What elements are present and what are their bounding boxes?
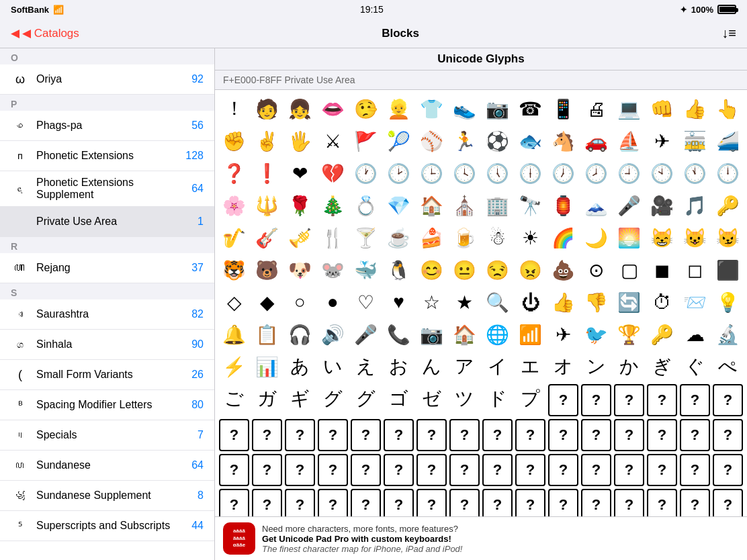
glyph-cell[interactable]: 😼 [711, 222, 744, 254]
glyph-cell[interactable]: ❗ [251, 157, 283, 189]
sidebar-item-saurashtra[interactable]: ꢁ Saurashtra 82 [0, 299, 214, 330]
glyph-cell[interactable]: ア [448, 351, 481, 383]
glyph-cell[interactable]: 🍰 [415, 222, 448, 254]
glyph-cell[interactable]: 🔱 [251, 189, 283, 222]
glyph-cell[interactable]: ? [680, 419, 710, 451]
glyph-cell[interactable]: ? [680, 454, 710, 486]
glyph-cell[interactable]: ぺ [711, 351, 744, 383]
glyph-cell[interactable]: 👍 [547, 286, 580, 318]
glyph-cell[interactable]: 🚄 [711, 125, 744, 157]
glyph-cell[interactable]: ゼ [415, 383, 448, 415]
glyph-cell[interactable]: ツ [448, 383, 481, 415]
sidebar-item-phonetic-supp[interactable]: ᶒ Phonetic Extensions Supplement 64 [0, 171, 214, 207]
glyph-cell[interactable]: 💻 [613, 93, 646, 125]
glyph-cell[interactable]: ◆ [251, 286, 283, 318]
glyph-cell[interactable]: ? [252, 419, 282, 451]
glyph-cell[interactable]: 💩 [547, 254, 580, 286]
glyph-cell[interactable]: い [316, 351, 349, 383]
glyph-cell[interactable]: 🕗 [580, 157, 613, 189]
glyph-cell[interactable]: 👊 [646, 93, 678, 125]
glyph-cell[interactable]: 🐻 [251, 254, 283, 286]
glyph-cell[interactable]: 🕐 [349, 157, 382, 189]
glyph-cell[interactable]: 🌸 [218, 189, 251, 222]
glyph-cell[interactable]: 🏢 [481, 189, 514, 222]
glyph-cell[interactable]: ? [647, 384, 677, 416]
glyph-cell[interactable]: 🎵 [678, 189, 711, 222]
glyph-cell[interactable]: ○ [283, 286, 316, 318]
glyph-cell[interactable]: ? [318, 419, 348, 451]
glyph-cell[interactable]: 🌙 [580, 222, 613, 254]
glyph-cell[interactable]: 🧑 [251, 93, 283, 125]
glyph-cell[interactable]: 🕚 [678, 157, 711, 189]
glyph-cell[interactable]: ? [384, 419, 414, 451]
glyph-cell[interactable]: 👕 [415, 93, 448, 125]
glyph-cell[interactable]: 📷 [415, 318, 448, 351]
glyph-cell[interactable]: 🌅 [613, 222, 646, 254]
glyph-cell[interactable]: ? [647, 454, 677, 486]
glyph-cell[interactable]: 🔬 [711, 318, 744, 351]
glyph-cell[interactable]: 📱 [547, 93, 580, 125]
glyph-cell[interactable]: 🌈 [547, 222, 580, 254]
glyph-cell[interactable]: ? [416, 419, 447, 451]
glyph-cell[interactable]: ? [449, 419, 480, 451]
sidebar-item-sundanese-supp[interactable]: ꧁ Sundanese Supplement 8 [0, 481, 214, 511]
glyph-cell[interactable]: 🍸 [349, 222, 382, 254]
sidebar-item-sundanese[interactable]: ꦥ Sundanese 64 [0, 451, 214, 481]
glyph-cell[interactable]: ギ [283, 383, 316, 415]
glyph-cell[interactable]: 🎷 [218, 222, 251, 254]
glyph-cell[interactable]: ? [285, 419, 315, 451]
glyph-cell[interactable]: 🐴 [547, 125, 580, 157]
glyph-cell[interactable]: 🖨 [580, 93, 613, 125]
glyph-cell[interactable]: 👱 [382, 93, 415, 125]
glyph-cell[interactable]: 🔍 [481, 286, 514, 318]
glyph-cell[interactable]: 👎 [580, 286, 613, 318]
glyph-cell[interactable]: ? [647, 419, 677, 451]
glyph-cell[interactable]: 🔊 [316, 318, 349, 351]
glyph-cell[interactable]: ゴ [382, 383, 415, 415]
glyph-cell[interactable]: 🔄 [613, 286, 646, 318]
glyph-cell[interactable]: 💎 [382, 189, 415, 222]
glyph-cell[interactable]: ? [351, 419, 381, 451]
glyph-cell[interactable]: 🎾 [382, 125, 415, 157]
glyph-cell[interactable]: ? [384, 454, 414, 486]
glyph-cell[interactable]: ド [481, 383, 514, 415]
glyph-cell[interactable]: ? [219, 454, 249, 486]
glyph-cell[interactable]: 🚋 [678, 125, 711, 157]
glyph-cell[interactable]: 🖐 [283, 125, 316, 157]
glyph-cell[interactable]: ? [713, 454, 743, 486]
glyph-cell[interactable]: ▢ [613, 254, 646, 286]
glyph-cell[interactable]: ? [515, 454, 545, 486]
glyph-cell[interactable]: 💡 [711, 286, 744, 318]
glyph-cell[interactable]: ? [548, 454, 578, 486]
glyph-cell[interactable]: グ [316, 383, 349, 415]
glyph-cell[interactable]: ? [219, 419, 249, 451]
glyph-cell[interactable]: 🍺 [448, 222, 481, 254]
glyph-cell[interactable]: 🎄 [316, 189, 349, 222]
glyph-cell[interactable]: ? [581, 419, 611, 451]
back-button[interactable]: ◀ ◀ Catalogs [11, 26, 79, 40]
glyph-cell[interactable]: 🕘 [613, 157, 646, 189]
glyph-cell[interactable]: 🚗 [580, 125, 613, 157]
glyph-cell[interactable]: ⛵ [613, 125, 646, 157]
glyph-cell[interactable]: ? [285, 454, 315, 486]
glyph-cell[interactable]: 🐦 [580, 318, 613, 351]
glyph-cell[interactable]: ♡ [349, 286, 382, 318]
glyph-cell[interactable]: 🔑 [711, 189, 744, 222]
glyph-cell[interactable]: 📞 [382, 318, 415, 351]
glyph-cell[interactable]: 🗻 [580, 189, 613, 222]
glyph-cell[interactable]: 🐶 [283, 254, 316, 286]
glyph-cell[interactable]: ? [614, 419, 644, 451]
glyph-cell[interactable]: ♥ [382, 286, 415, 318]
glyph-cell[interactable]: 🐟 [514, 125, 547, 157]
glyph-cell[interactable]: ? [482, 419, 513, 451]
glyph-cell[interactable]: 👄 [316, 93, 349, 125]
glyph-cell[interactable]: ? [614, 454, 644, 486]
glyph-cell[interactable]: ★ [448, 286, 481, 318]
glyph-cell[interactable]: 🕙 [646, 157, 678, 189]
glyph-cell[interactable]: 🎥 [646, 189, 678, 222]
glyph-cell[interactable]: ☆ [415, 286, 448, 318]
glyph-cell[interactable]: 😺 [678, 222, 711, 254]
glyph-cell[interactable]: 🏠 [415, 189, 448, 222]
glyph-cell[interactable]: ガ [251, 383, 283, 415]
glyph-cell[interactable]: 🔔 [218, 318, 251, 351]
